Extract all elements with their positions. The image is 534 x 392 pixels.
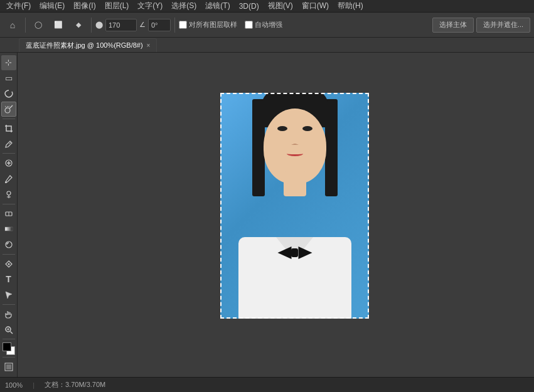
tool-eyedropper[interactable] <box>1 137 16 152</box>
separator-2 <box>91 18 92 33</box>
photo-image <box>220 93 369 319</box>
foreground-color[interactable] <box>3 342 11 351</box>
svg-point-0 <box>5 108 10 113</box>
menu-filter[interactable]: 滤镜(T) <box>201 0 233 12</box>
sample-all-layers-checkbox[interactable]: 对所有图层取样 <box>179 20 237 29</box>
tool-crop[interactable] <box>1 121 16 136</box>
document-tab[interactable]: 蓝底证件照素材.jpg @ 100%(RGB/8#) × <box>19 38 157 52</box>
tool-hand[interactable] <box>1 307 16 322</box>
tool-separator-7 <box>3 357 15 358</box>
separator-3 <box>174 18 175 33</box>
bowtie <box>277 243 312 262</box>
eye-right <box>302 126 312 131</box>
home-button[interactable]: ⌂ <box>4 16 21 34</box>
svg-line-4 <box>5 106 6 107</box>
bowtie-left <box>277 246 291 259</box>
svg-point-11 <box>7 191 11 195</box>
size-input-group: ⬤ <box>95 19 137 31</box>
menu-view[interactable]: 视图(V) <box>264 0 297 12</box>
tool-marquee[interactable]: ▭ <box>1 71 16 86</box>
tool-magic-wand[interactable] <box>1 102 16 117</box>
color-swatches[interactable] <box>1 342 16 355</box>
angle-icon: ∠ <box>139 21 146 29</box>
svg-rect-14 <box>5 227 13 231</box>
bowtie-center <box>291 248 298 257</box>
brush-hard-button[interactable]: ⬜ <box>50 16 67 34</box>
tool-gradient[interactable] <box>1 221 16 236</box>
auto-enhance-checkbox[interactable]: 自动增强 <box>245 20 282 29</box>
select-subject-button[interactable]: 选择主体 <box>432 18 474 33</box>
tool-lasso[interactable] <box>1 86 16 101</box>
tool-separator-3 <box>3 204 15 204</box>
tab-close-button[interactable]: × <box>147 42 151 49</box>
brush-round-button[interactable]: ◯ <box>29 16 47 34</box>
menu-layer[interactable]: 图层(L) <box>101 0 133 12</box>
tool-zoom[interactable] <box>1 322 16 337</box>
svg-line-6 <box>9 142 11 144</box>
menu-file[interactable]: 文件(F) <box>3 0 35 12</box>
status-separator: | <box>33 381 35 389</box>
tool-brush[interactable] <box>1 171 16 186</box>
tool-healing[interactable] <box>1 156 16 171</box>
tool-move[interactable]: ⊹ <box>1 55 16 70</box>
tool-separator-4 <box>3 254 15 255</box>
tool-eraser[interactable] <box>1 206 16 221</box>
tool-separator-1 <box>3 119 15 119</box>
menu-edit[interactable]: 编辑(E) <box>36 0 68 12</box>
svg-point-16 <box>8 263 9 265</box>
mouth <box>287 151 303 156</box>
options-bar: ⌂ ◯ ⬜ ◆ ⬤ ∠ 对所有图层取样 自动增强 选择主体 选并并遮住... <box>0 13 534 38</box>
menu-help[interactable]: 帮助(H) <box>334 0 367 12</box>
tool-separator-6 <box>3 339 15 339</box>
select-and-mask-button[interactable]: 选并并遮住... <box>476 18 530 33</box>
brush-angle-input[interactable] <box>148 19 171 31</box>
toolbox: ⊹ ▭ <box>0 53 18 377</box>
brush-option3-button[interactable]: ◆ <box>70 16 87 34</box>
bowtie-right <box>298 246 312 259</box>
auto-enhance-label: 自动增强 <box>255 20 282 29</box>
size-icon: ⬤ <box>95 21 103 29</box>
eye-left <box>277 126 287 131</box>
sample-all-layers-label: 对所有图层取样 <box>189 20 237 29</box>
separator-1 <box>25 18 26 33</box>
eyes <box>277 126 312 131</box>
status-doc-info: 文档：3.70M/3.70M <box>45 380 105 389</box>
tool-path-select[interactable] <box>1 287 16 302</box>
menu-bar: 文件(F) 编辑(E) 图像(I) 图层(L) 文字(Y) 选择(S) 滤镜(T… <box>0 0 534 13</box>
svg-line-5 <box>8 106 9 107</box>
tool-separator-2 <box>3 153 15 154</box>
menu-text[interactable]: 文字(Y) <box>134 0 166 12</box>
svg-line-1 <box>9 105 13 109</box>
menu-select[interactable]: 选择(S) <box>168 0 200 12</box>
tool-pen[interactable] <box>1 257 16 272</box>
svg-point-10 <box>5 181 7 183</box>
tool-clone[interactable] <box>1 187 16 202</box>
angle-input-group: ∠ <box>139 19 171 31</box>
menu-image[interactable]: 图像(I) <box>70 0 99 12</box>
neck <box>284 171 306 196</box>
tool-type[interactable]: T <box>1 272 16 287</box>
brush-size-input[interactable] <box>105 19 137 31</box>
tool-dodge[interactable] <box>1 237 16 252</box>
canvas-area <box>18 53 534 377</box>
svg-rect-22 <box>6 364 11 369</box>
tool-quick-mask[interactable] <box>1 359 16 374</box>
svg-line-18 <box>10 331 13 334</box>
shirt <box>238 237 351 319</box>
tab-label: 蓝底证件照素材.jpg @ 100%(RGB/8#) <box>26 41 143 50</box>
menu-window[interactable]: 窗口(W) <box>298 0 333 12</box>
tab-bar: 蓝底证件照素材.jpg @ 100%(RGB/8#) × <box>0 38 534 53</box>
document-canvas <box>220 93 369 319</box>
status-zoom: 100% <box>5 381 23 389</box>
status-bar: 100% | 文档：3.70M/3.70M <box>0 377 534 392</box>
menu-3d[interactable]: 3D(D) <box>235 1 263 11</box>
main-area: ⊹ ▭ <box>0 53 534 377</box>
nose <box>291 140 299 145</box>
tool-separator-5 <box>3 304 15 305</box>
